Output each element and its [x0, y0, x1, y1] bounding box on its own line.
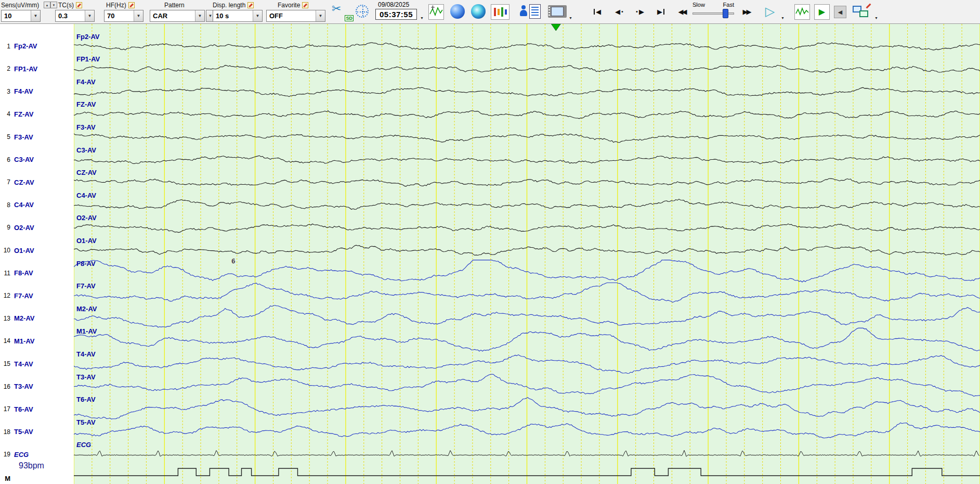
- channel-row-t3-av[interactable]: 16T3-AV: [0, 382, 33, 391]
- start-monitoring-button[interactable]: ▶: [814, 4, 830, 20]
- channel-label: F3-AV: [14, 133, 33, 141]
- sensitivity-spinner[interactable]: ▲ ▼: [44, 2, 57, 8]
- color-bar-icon: [505, 9, 507, 15]
- color-bar-icon: [501, 7, 503, 17]
- channel-row-c4-av[interactable]: 8C4-AV: [0, 200, 34, 210]
- favorite-edit-icon[interactable]: [302, 2, 308, 8]
- monitor-icon: [859, 10, 868, 17]
- trend-map-button[interactable]: [491, 4, 509, 20]
- video-dropdown-icon[interactable]: ▼: [569, 16, 572, 20]
- time-constant-value: 0.3: [56, 10, 85, 21]
- channel-row-m2-av[interactable]: 13M2-AV: [0, 314, 34, 323]
- rewind-button[interactable]: ◀◀: [673, 5, 692, 18]
- pattern-dropdown[interactable]: CAR ▼: [150, 10, 205, 22]
- dot-icon: •: [621, 9, 623, 15]
- back-icon: ◀: [838, 9, 842, 16]
- high-filter-dropdown[interactable]: 70 ▼: [104, 10, 143, 22]
- speed-slider: Slow Fast: [691, 0, 736, 24]
- disp-length-edit-icon[interactable]: [247, 2, 254, 8]
- channel-label: O2-AV: [14, 224, 34, 232]
- channel-number: 8: [0, 201, 10, 209]
- spin-down-icon[interactable]: ▼: [50, 2, 57, 8]
- favorite-dropdown[interactable]: OFF ▼: [266, 10, 325, 22]
- step-forward-button[interactable]: • ▶: [630, 5, 650, 18]
- channel-row-m1-av[interactable]: 14M1-AV: [0, 336, 34, 346]
- channel-row-fp2-av[interactable]: 1Fp2-AV: [0, 42, 37, 51]
- chevron-down-icon: ▼: [134, 10, 143, 21]
- channel-row-fz-av[interactable]: 4FZ-AV: [0, 109, 33, 119]
- head-map-icon[interactable]: [450, 4, 465, 19]
- time-dropdown-icon[interactable]: ▼: [420, 16, 424, 20]
- channel-row-cz-av[interactable]: 7CZ-AV: [0, 177, 34, 187]
- pattern-value: CAR: [150, 10, 195, 21]
- back-page-button[interactable]: ◀: [834, 6, 846, 18]
- clip-tool-button[interactable]: ✂ SD: [332, 2, 349, 23]
- skip-to-end-button[interactable]: ▶: [651, 5, 671, 18]
- channel-row-ecg[interactable]: 19ECG: [0, 450, 29, 459]
- channel-label: ECG: [14, 451, 29, 458]
- channel-number: 12: [0, 292, 10, 299]
- brain-map-icon[interactable]: [471, 4, 486, 19]
- channel-number: 13: [0, 315, 10, 322]
- hf-edit-icon[interactable]: [128, 2, 135, 8]
- channel-label: C4-AV: [14, 201, 34, 209]
- channel-row-t6-av[interactable]: 17T6-AV: [0, 404, 33, 414]
- patient-icon[interactable]: [520, 5, 527, 18]
- triangle-left-icon: ◀: [615, 8, 620, 15]
- channel-row-t4-av[interactable]: 15T4-AV: [0, 359, 33, 368]
- channel-gutter: 93bpm M 1Fp2-AV2FP1-AV3F4-AV4FZ-AV5F3-AV…: [0, 24, 74, 484]
- time-constant-label: TC(s): [58, 2, 74, 9]
- channel-number: 2: [0, 65, 10, 72]
- channel-number: 9: [0, 224, 10, 231]
- channel-row-f8-av[interactable]: 11F8-AV: [0, 269, 33, 278]
- channel-row-fp1-av[interactable]: 2FP1-AV: [0, 64, 37, 73]
- network-dropdown-icon[interactable]: ▼: [874, 16, 878, 20]
- time-display: 05:37:55: [375, 9, 417, 20]
- waveform-icon: [429, 5, 443, 19]
- globe-settings-icon[interactable]: [356, 5, 369, 18]
- channel-label: F4-AV: [14, 87, 33, 95]
- tc-edit-icon[interactable]: [76, 2, 82, 8]
- fast-forward-button[interactable]: ▶▶: [737, 5, 757, 18]
- channel-row-f4-av[interactable]: 3F4-AV: [0, 87, 33, 96]
- fast-forward-icon: ▶▶: [743, 8, 752, 15]
- speed-slider-handle[interactable]: [723, 9, 728, 18]
- channel-number: 17: [0, 405, 10, 413]
- channel-row-f3-av[interactable]: 5F3-AV: [0, 132, 33, 142]
- pattern-label: Pattern: [164, 2, 185, 9]
- date-display: 09/08/2025: [375, 1, 417, 8]
- channel-number: 15: [0, 360, 10, 367]
- channel-row-f7-av[interactable]: 12F7-AV: [0, 291, 33, 300]
- skip-to-start-button[interactable]: ◀: [587, 5, 607, 18]
- marker-row: M: [0, 474, 10, 483]
- channel-row-t5-av[interactable]: 18T5-AV: [0, 427, 33, 437]
- dot-icon: •: [636, 9, 638, 15]
- sensitivity-dropdown[interactable]: 10 ▼: [1, 10, 41, 22]
- channel-row-o2-av[interactable]: 9O2-AV: [0, 223, 34, 232]
- channel-label: O1-AV: [14, 247, 34, 254]
- channel-label: C3-AV: [14, 156, 34, 163]
- channel-number: 4: [0, 110, 10, 118]
- channel-row-o1-av[interactable]: 10O1-AV: [0, 246, 34, 255]
- play-dropdown-icon[interactable]: ▼: [781, 16, 785, 20]
- review-waveform-button[interactable]: [794, 4, 810, 20]
- step-back-button[interactable]: ◀ •: [609, 5, 629, 18]
- waveform-tool-button[interactable]: [428, 4, 444, 20]
- bar-icon: [663, 9, 664, 15]
- play-button[interactable]: ▷: [760, 3, 780, 20]
- spin-up-icon[interactable]: ▲: [44, 2, 50, 8]
- report-list-icon[interactable]: [529, 4, 541, 19]
- eeg-canvas[interactable]: Fp2-AVFP1-AVF4-AVFZ-AVF3-AVC3-AVCZ-AVC4-…: [74, 24, 980, 484]
- channel-row-c3-av[interactable]: 6C3-AV: [0, 155, 34, 164]
- channel-number: 16: [0, 383, 10, 390]
- channel-number: 3: [0, 88, 10, 95]
- channel-label: FZ-AV: [14, 110, 33, 118]
- channel-label: CZ-AV: [14, 179, 34, 186]
- video-icon[interactable]: [548, 5, 567, 18]
- triangle-right-icon: ▶: [657, 8, 662, 15]
- time-constant-dropdown[interactable]: 0.3 ▼: [55, 10, 95, 22]
- network-settings-button[interactable]: [853, 4, 872, 20]
- channel-label: FP1-AV: [14, 65, 37, 73]
- high-filter-value: 70: [104, 10, 134, 21]
- display-length-dropdown[interactable]: 10 s ▼: [213, 10, 263, 22]
